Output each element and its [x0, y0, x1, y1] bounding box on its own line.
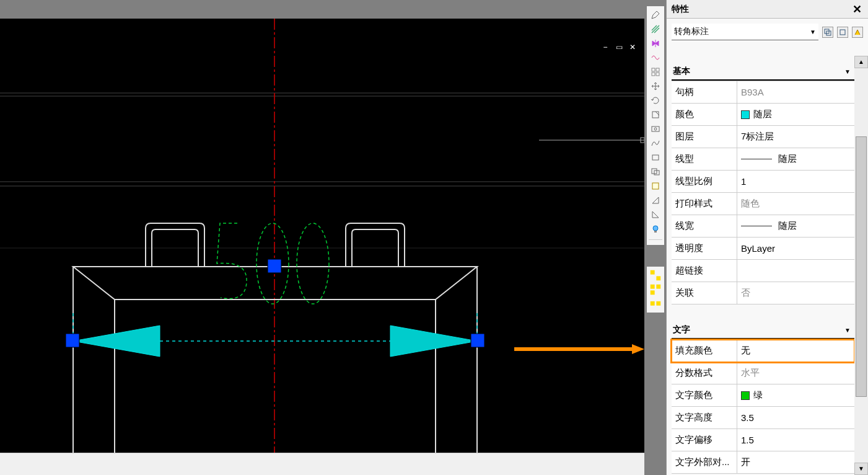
spline-icon[interactable] [649, 137, 662, 149]
properties-panel: 特性 ✕ 转角标注 ▼ 基本 ▼ 句柄 B93A 颜色 随层 [666, 0, 868, 475]
main-drawing-area: − ▭ ✕ [0, 0, 644, 475]
svg-rect-36 [656, 276, 660, 280]
prop-row-lineweight[interactable]: 线宽 随层 [672, 215, 854, 238]
mirror-icon[interactable] [649, 37, 662, 50]
group2-icon[interactable] [649, 283, 662, 296]
prop-value-textheight[interactable]: 3.5 [737, 407, 854, 428]
svg-rect-38 [656, 285, 660, 289]
svg-point-33 [653, 226, 658, 231]
svg-marker-15 [73, 326, 160, 357]
toggle-pickbox-button[interactable] [852, 27, 863, 38]
svg-rect-18 [471, 334, 484, 347]
grid-icon[interactable] [649, 66, 662, 78]
svg-rect-39 [651, 290, 655, 295]
close-icon[interactable]: ✕ [851, 2, 863, 16]
color-swatch-icon [741, 110, 750, 119]
svg-rect-44 [840, 30, 845, 35]
svg-rect-29 [652, 155, 659, 160]
close-button[interactable]: ✕ [628, 43, 637, 52]
svg-rect-35 [651, 270, 655, 275]
prop-row-ltscale[interactable]: 线型比例 1 [672, 171, 854, 193]
rect2-icon[interactable] [649, 166, 662, 178]
object-type-label: 转角标注 [674, 26, 709, 37]
prop-row-linetype[interactable]: 线型 随层 [672, 148, 854, 171]
prop-value-assoc: 否 [737, 282, 854, 304]
move-icon[interactable] [649, 80, 662, 92]
svg-rect-22 [652, 68, 655, 71]
svg-rect-27 [652, 127, 659, 131]
chevron-down-icon: ▼ [844, 327, 851, 334]
scroll-up-button[interactable]: ▲ [854, 56, 868, 68]
svg-marker-16 [390, 326, 477, 357]
triangle2-icon[interactable] [649, 208, 662, 221]
prop-value-linetype[interactable]: 随层 [737, 148, 854, 170]
prop-row-layer[interactable]: 图层 7标注层 [672, 126, 854, 148]
properties-scroll-content: 基本 ▼ 句柄 B93A 颜色 随层 图层 7标注层 线型 随层 [672, 56, 854, 475]
rect1-icon[interactable] [649, 151, 662, 164]
prop-row-textheight[interactable]: 文字高度 3.5 [672, 407, 854, 429]
window-controls: − ▭ ✕ [601, 43, 637, 52]
prop-row-fraction: 分数格式 水平 [672, 362, 854, 384]
right-toolbar-2 [647, 267, 664, 313]
quick-select-button[interactable] [822, 27, 833, 38]
prop-value-handle: B93A [737, 81, 854, 103]
prop-value-ltscale[interactable]: 1 [737, 171, 854, 192]
section-basic-header[interactable]: 基本 ▼ [672, 62, 854, 81]
bulb-icon[interactable] [649, 223, 662, 235]
prop-row-color[interactable]: 颜色 随层 [672, 104, 854, 126]
svg-rect-17 [66, 334, 79, 347]
svg-rect-40 [651, 301, 655, 306]
line-sample-icon [741, 226, 772, 226]
object-type-dropdown[interactable]: 转角标注 ▼ [672, 24, 818, 40]
panel-scrollbar[interactable]: ▲ ▼ [854, 56, 868, 475]
object-selector-row: 转角标注 ▼ [667, 19, 868, 47]
prop-value-textoutside[interactable]: 开 [737, 451, 854, 473]
select-objects-button[interactable] [837, 27, 848, 38]
prop-value-fillcolor[interactable]: 无 [737, 340, 854, 362]
svg-rect-34 [654, 231, 657, 233]
chevron-down-icon: ▼ [844, 68, 851, 75]
pencil-icon[interactable] [649, 9, 662, 21]
prop-value-color[interactable]: 随层 [737, 104, 854, 125]
prop-value-transparency[interactable]: ByLayer [737, 238, 854, 259]
group1-icon[interactable] [649, 269, 662, 282]
cad-drawing [0, 19, 644, 453]
svg-rect-24 [652, 73, 655, 76]
prop-row-textoutside[interactable]: 文字外部对... 开 [672, 451, 854, 474]
section-basic-rows: 句柄 B93A 颜色 随层 图层 7标注层 线型 随层 线型比例 1 [672, 81, 854, 304]
section-text-rows: 填充颜色 无 分数格式 水平 文字颜色 绿 文字高度 3.5 文字偏移 1. [672, 339, 854, 474]
prop-row-textcolor[interactable]: 文字颜色 绿 [672, 384, 854, 407]
minimize-button[interactable]: − [601, 43, 610, 52]
snap-icon[interactable] [649, 180, 662, 192]
prop-value-textoffset[interactable]: 1.5 [737, 429, 854, 451]
prop-row-fillcolor[interactable]: 填充颜色 无 [672, 340, 854, 362]
panel-title-bar: 特性 ✕ [667, 0, 868, 19]
prop-value-hyperlink[interactable] [737, 260, 854, 282]
svg-rect-32 [652, 183, 659, 189]
pattern-icon[interactable] [649, 51, 662, 64]
prop-value-textcolor[interactable]: 绿 [737, 384, 854, 406]
chevron-down-icon: ▼ [810, 29, 816, 35]
triangle1-icon[interactable] [649, 194, 662, 206]
prop-row-textoffset[interactable]: 文字偏移 1.5 [672, 429, 854, 451]
svg-rect-26 [652, 112, 659, 118]
prop-value-lineweight[interactable]: 随层 [737, 215, 854, 237]
group3-icon[interactable] [649, 298, 662, 310]
prop-row-hyperlink[interactable]: 超链接 [672, 260, 854, 282]
scroll-thumb[interactable] [856, 136, 867, 397]
rotate-icon[interactable] [649, 94, 662, 107]
scroll-down-button[interactable]: ▼ [854, 463, 868, 475]
svg-rect-23 [656, 68, 659, 71]
right-toolbar [647, 6, 664, 245]
prop-value-plotstyle: 随色 [737, 193, 854, 215]
maximize-button[interactable]: ▭ [615, 43, 623, 52]
prop-row-plotstyle: 打印样式 随色 [672, 193, 854, 215]
extract-icon[interactable] [649, 109, 662, 121]
zoom-icon[interactable] [649, 123, 662, 135]
hatch-icon[interactable] [649, 23, 662, 35]
canvas-title-bar [0, 0, 644, 19]
prop-row-transparency[interactable]: 透明度 ByLayer [672, 238, 854, 260]
canvas-viewport[interactable]: − ▭ ✕ [0, 19, 644, 453]
section-text-header[interactable]: 文字 ▼ [672, 321, 854, 339]
prop-value-layer[interactable]: 7标注层 [737, 126, 854, 148]
